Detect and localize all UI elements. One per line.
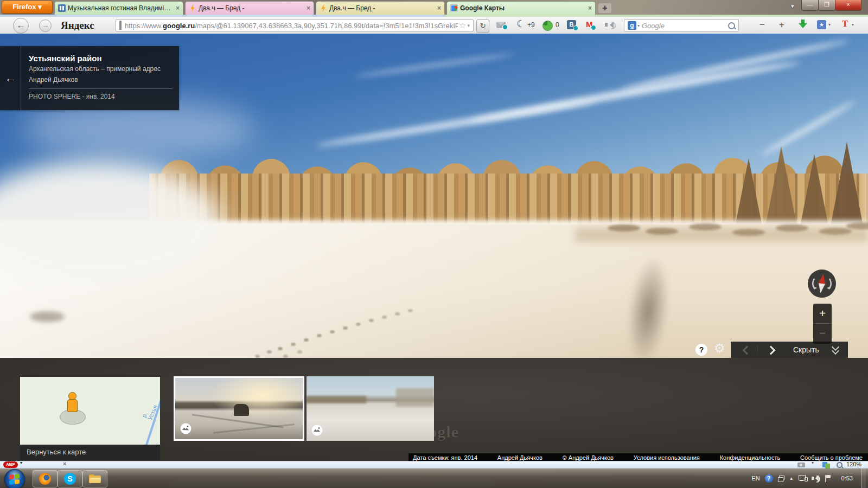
browser-viewport: ← Устьянский район Архангельская область…: [0, 34, 868, 461]
taskbar-firefox-button[interactable]: [33, 470, 58, 487]
tab-google-maps-active[interactable]: Google Карты ×: [446, 1, 596, 15]
report-problem-link[interactable]: Сообщить о проблеме: [800, 454, 863, 461]
search-box[interactable]: g ▾ Google: [624, 19, 739, 32]
back-button[interactable]: ←: [13, 18, 29, 34]
tab-title: Два.ч — Бред -: [199, 4, 304, 12]
camera-caret-icon[interactable]: ▾: [812, 460, 814, 465]
pause-bar: [60, 6, 61, 10]
cloud-streak: [760, 99, 857, 158]
gmail-icon[interactable]: M: [586, 20, 593, 29]
close-button[interactable]: ×: [835, 0, 861, 11]
gmail-badge: [591, 25, 596, 30]
url-bar[interactable]: https://www.google.ru/maps/@61.139067,43…: [116, 19, 474, 32]
next-photo-button[interactable]: [767, 346, 776, 355]
tab-close-icon[interactable]: ×: [307, 4, 310, 12]
zoom-in-button[interactable]: +: [813, 304, 832, 324]
moon-badge-count: +9: [527, 21, 535, 29]
author-link[interactable]: Андрей Дьячков: [497, 454, 542, 461]
map-thumbnail[interactable]: р. Устья Вернуться к карте: [20, 377, 160, 460]
photo-thumbnail-selected[interactable]: [174, 376, 304, 441]
location-author[interactable]: Андрей Дьячков: [29, 76, 173, 84]
t-extension-icon[interactable]: T: [842, 18, 848, 29]
reload-button[interactable]: ↻: [476, 20, 489, 33]
cloud-streak: [621, 37, 850, 92]
show-hidden-icons-arrow[interactable]: ▲: [789, 476, 794, 481]
taskbar-clock[interactable]: 0:53: [841, 475, 853, 481]
vk-badge: [573, 25, 578, 31]
shot-date: Дата съемки: янв. 2014: [413, 454, 477, 461]
help-button[interactable]: ?: [695, 344, 707, 356]
zoom-in-toolbar-button[interactable]: +: [779, 20, 784, 30]
camera-icon[interactable]: [797, 463, 805, 467]
filmstrip: Google р. Устья Вернуться к карте: [0, 358, 868, 461]
photo-thumbnail-2[interactable]: [307, 376, 434, 441]
tab-bred-1[interactable]: Два.ч — Бред - ×: [185, 1, 314, 15]
url-path: /maps/@61.139067,43.638663,3a,90y,351.71…: [195, 22, 458, 30]
new-tab-button[interactable]: +: [598, 3, 611, 13]
network-icon[interactable]: [799, 475, 807, 481]
status-zoom-icon[interactable]: [837, 462, 843, 468]
terms-link[interactable]: Условия использования: [634, 454, 700, 461]
moon-icon[interactable]: ☾: [516, 18, 525, 30]
location-info-panel: ← Устьянский район Архангельская область…: [0, 46, 179, 110]
start-button[interactable]: [4, 469, 25, 488]
abp-caret-icon[interactable]: ▾: [20, 460, 22, 465]
chevron-down-icon: ▾: [38, 3, 42, 11]
engine-caret-icon[interactable]: ▾: [637, 23, 640, 28]
tab-close-icon[interactable]: ×: [588, 4, 592, 12]
photosphere-panorama[interactable]: ← Устьянский район Архангельская область…: [0, 34, 868, 358]
map-pin: [455, 6, 457, 9]
divider: [757, 345, 758, 355]
lightning-favicon: [320, 4, 327, 12]
treeline-right: [396, 388, 434, 407]
taskbar-skype-button[interactable]: S: [58, 470, 82, 487]
url-prefix: https://www.: [125, 22, 163, 30]
t-caret-icon[interactable]: ▾: [852, 22, 854, 27]
bookmarks-panel-icon[interactable]: ★: [817, 20, 826, 29]
page-zoom-level[interactable]: 120%: [846, 461, 861, 467]
forward-button[interactable]: →: [39, 20, 52, 32]
tab-title: Google Карты: [460, 4, 586, 12]
privacy-link[interactable]: Конфиденциальность: [720, 454, 781, 461]
adblock-plus-icon[interactable]: ABP: [3, 461, 18, 468]
yandex-logo[interactable]: Яндекс: [61, 20, 94, 31]
search-icon[interactable]: [728, 22, 735, 29]
show-desktop-button[interactable]: [861, 468, 866, 488]
map-preview[interactable]: р. Устья: [20, 377, 160, 445]
gear-icon[interactable]: ⚙: [714, 341, 725, 356]
bookmark-star-icon[interactable]: ☆: [459, 21, 466, 30]
panel-back-button[interactable]: ←: [0, 46, 21, 110]
tab-bred-2[interactable]: Два.ч — Бред - ×: [316, 1, 445, 15]
back-to-map-caption[interactable]: Вернуться к карте: [20, 445, 160, 460]
mail-icon[interactable]: [496, 22, 506, 28]
zoom-out-toolbar-button[interactable]: −: [760, 20, 765, 30]
tab-list-caret-icon[interactable]: ▾: [791, 3, 794, 10]
taskbar-explorer-button[interactable]: [82, 470, 107, 487]
language-help-icon[interactable]: ?: [765, 474, 773, 483]
prev-photo-button[interactable]: [743, 346, 752, 355]
maximize-button[interactable]: ❐: [818, 0, 835, 11]
cloud-streak: [353, 52, 515, 79]
collapse-chevrons-icon[interactable]: [833, 344, 838, 354]
tab-close-icon[interactable]: ×: [437, 4, 441, 12]
maps-favicon: [450, 4, 458, 12]
addon-bar-close-icon[interactable]: ×: [63, 460, 66, 467]
url-dropdown-caret-icon[interactable]: ▾: [467, 23, 470, 28]
tab-close-icon[interactable]: ×: [176, 4, 180, 12]
pie-icon[interactable]: [542, 21, 553, 31]
volume-icon[interactable]: [812, 475, 820, 481]
skype-icon: S: [64, 473, 76, 485]
location-title: Устьянский район: [29, 54, 173, 63]
vk-icon[interactable]: B: [567, 20, 576, 29]
compass-control[interactable]: [808, 269, 836, 298]
restore-layout-icon[interactable]: [778, 476, 784, 481]
minimize-button[interactable]: —: [801, 0, 819, 11]
bookmarks-caret-icon[interactable]: ▾: [828, 22, 831, 27]
attribution-bar: Дата съемки: янв. 2014 Андрей Дьячков © …: [409, 453, 868, 461]
firefox-menu-button[interactable]: Firefox ▾: [2, 1, 53, 14]
hide-filmstrip-label[interactable]: Скрыть: [793, 345, 819, 354]
tab-music[interactable]: Музыкальная гостиная Владиміра К... ×: [54, 1, 183, 15]
action-center-icon[interactable]: [825, 475, 831, 482]
zoom-out-button[interactable]: −: [813, 324, 832, 343]
language-indicator[interactable]: EN: [751, 475, 760, 481]
